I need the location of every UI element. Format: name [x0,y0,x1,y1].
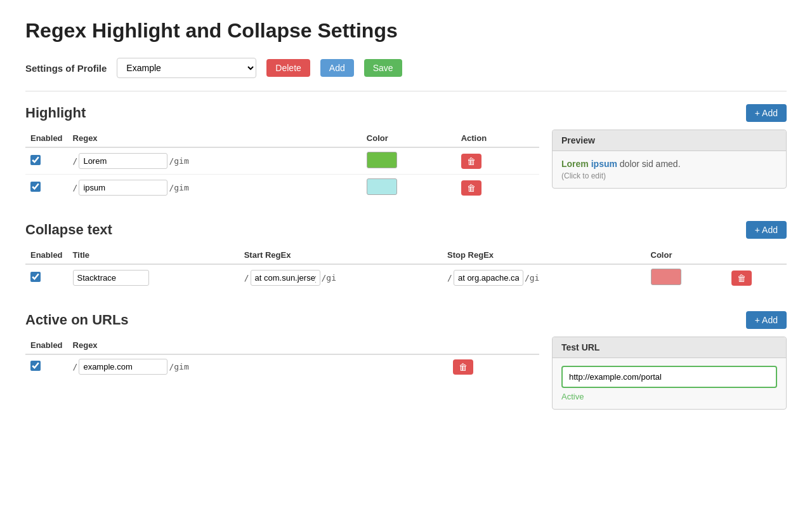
regex-prefix-1: / [73,156,78,166]
highlight-table-area: Enabled Regex Color Action / [25,130,539,201]
table-row: / /gi / /gi [25,264,787,291]
collapse-color-swatch-1[interactable] [651,269,681,285]
urls-table-area: Enabled Regex / / [25,337,539,410]
preview-lorem: Lorem [561,159,589,169]
url-action-cell-1: 🗑 [448,354,539,378]
table-row: / /gim 🗑 [25,147,539,175]
urls-title: Active on URLs [25,312,746,328]
highlight-enabled-checkbox-2[interactable] [30,182,41,192]
regex-suffix-2: /gim [169,183,188,192]
stop-regex-prefix: / [447,273,452,283]
add-profile-button[interactable]: Add [320,59,354,77]
action-cell-1: 🗑 [456,147,539,175]
col-enabled-collapse: Enabled [25,246,68,264]
url-regex-cell-1: / /gim [68,354,448,378]
save-button[interactable]: Save [364,59,402,77]
highlight-table: Enabled Regex Color Action / [25,130,539,201]
urls-add-button[interactable]: + Add [746,311,787,329]
url-regex-prefix-1: / [73,362,78,371]
collapse-color-cell [646,264,726,291]
highlight-preview-panel: Preview Lorem ipsum dolor sid amed. (Cli… [552,130,787,201]
regex-cell-2: / /gim [68,175,362,201]
urls-table: Enabled Regex / / [25,337,539,378]
col-action-urls [448,337,539,354]
col-color-collapse: Color [646,246,726,264]
action-cell-2: 🗑 [456,175,539,201]
url-regex-suffix-1: /gim [169,362,188,371]
highlight-section: Highlight + Add Enabled Regex Color Acti… [25,104,787,201]
col-enabled-urls: Enabled [25,337,68,354]
test-url-input[interactable] [561,366,777,388]
collapse-title-cell [68,264,239,291]
col-action-collapse [726,246,787,264]
col-color-highlight: Color [362,130,456,147]
collapse-action-cell: 🗑 [726,264,787,291]
highlight-regex-input-2[interactable] [79,180,167,196]
collapse-start-regex-1[interactable] [251,270,320,286]
col-regex-highlight: Regex [68,130,362,147]
collapse-table: Enabled Title Start RegEx Stop RegEx Col… [25,246,787,291]
table-row: / /gim 🗑 [25,354,539,378]
stop-regex-suffix: /gi [525,273,539,283]
urls-section: Active on URLs + Add Enabled Regex [25,311,787,410]
highlight-regex-input-1[interactable] [79,153,167,169]
collapse-add-button[interactable]: + Add [746,221,787,239]
test-url-header: Test URL [553,337,786,358]
urls-header: Active on URLs + Add [25,311,787,329]
regex-prefix-2: / [73,183,78,192]
enabled-cell-1 [25,147,68,175]
url-delete-btn-1[interactable]: 🗑 [453,359,473,375]
color-swatch-2[interactable] [367,178,397,195]
collapse-table-area: Enabled Title Start RegEx Stop RegEx Col… [25,246,787,291]
highlight-enabled-checkbox-1[interactable] [30,155,41,165]
profile-row: Settings of Profile Example Default Cust… [25,58,787,78]
url-enabled-cell-1 [25,354,68,378]
highlight-delete-btn-1[interactable]: 🗑 [461,154,481,169]
col-regex-urls: Regex [68,337,448,354]
test-url-box: Test URL Active [552,337,787,410]
collapse-stop-regex-1[interactable] [454,270,523,286]
url-enabled-checkbox-1[interactable] [30,361,41,371]
col-start-regex-collapse: Start RegEx [239,246,442,264]
highlight-content: Enabled Regex Color Action / [25,130,787,201]
collapse-title-input-1[interactable] [73,270,149,286]
divider-top [25,91,787,91]
preview-text: Lorem ipsum dolor sid amed. [561,159,777,169]
enabled-cell-2 [25,175,68,201]
highlight-delete-btn-2[interactable]: 🗑 [461,180,481,196]
test-url-body: Active [553,358,786,409]
col-title-collapse: Title [68,246,239,264]
collapse-start-cell: / /gi [239,264,442,291]
col-action-highlight: Action [456,130,539,147]
col-enabled-highlight: Enabled [25,130,68,147]
start-regex-suffix: /gi [322,273,336,283]
preview-hint: (Click to edit) [561,171,777,180]
preview-body[interactable]: Lorem ipsum dolor sid amed. (Click to ed… [553,151,786,188]
table-row: / /gim 🗑 [25,175,539,201]
start-regex-prefix: / [244,273,249,283]
test-url-panel: Test URL Active [552,337,787,410]
page-title: Regex Highlight and Collapse Settings [25,19,787,43]
collapse-delete-btn-1[interactable]: 🗑 [731,271,752,286]
regex-suffix-1: /gim [169,156,188,166]
url-regex-input-1[interactable] [79,359,167,375]
delete-button[interactable]: Delete [266,59,310,77]
highlight-title: Highlight [25,105,746,121]
preview-ipsum: ipsum [591,159,617,169]
urls-content: Enabled Regex / / [25,337,787,410]
color-cell-1 [362,147,456,175]
collapse-header: Collapse text + Add [25,221,787,239]
collapse-section: Collapse text + Add Enabled Title Start … [25,221,787,291]
regex-cell-1: / /gim [68,147,362,175]
profile-label: Settings of Profile [25,63,107,74]
highlight-add-button[interactable]: + Add [746,104,787,122]
color-swatch-1[interactable] [367,152,397,168]
highlight-header: Highlight + Add [25,104,787,122]
profile-select[interactable]: Example Default Custom [117,58,256,78]
url-status: Active [561,392,777,401]
collapse-enabled-cell [25,264,68,291]
collapse-enabled-checkbox-1[interactable] [30,272,41,282]
collapse-stop-cell: / /gi [442,264,645,291]
collapse-title: Collapse text [25,222,746,238]
preview-header: Preview [553,130,786,151]
